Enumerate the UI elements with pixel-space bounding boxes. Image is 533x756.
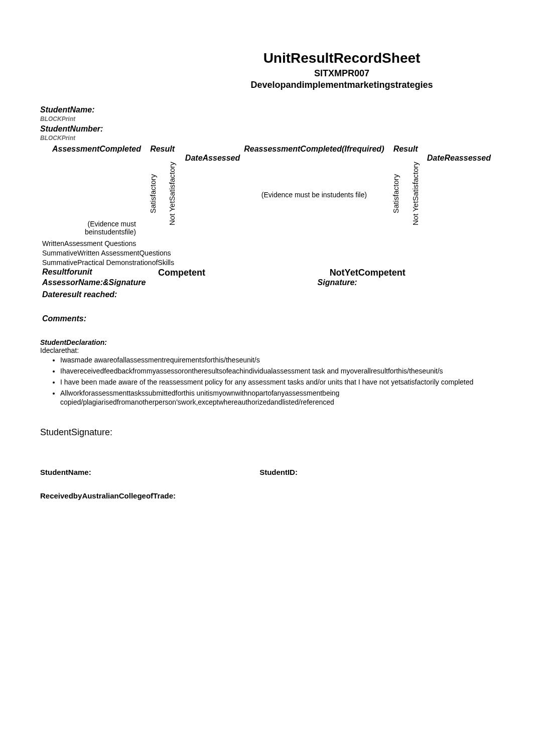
comments-label: Comments: <box>42 314 86 323</box>
col-nys-1: Not YetSatisfactory <box>168 154 176 234</box>
declaration-item: Iwasmade awareofallassessmentrequirement… <box>60 355 493 364</box>
col-result-2: Result <box>388 145 423 154</box>
col-nys-2: Not YetSatisfactory <box>411 154 420 234</box>
nyc-label: NotYetCompetent <box>330 268 406 278</box>
declaration-heading: StudentDeclaration: <box>40 338 493 346</box>
student-signature-label: StudentSignature: <box>40 427 493 438</box>
col-result-1: Result <box>145 145 180 154</box>
student-number-label: StudentNumber: <box>40 124 103 133</box>
page-title: UnitResultRecordSheet <box>191 50 493 66</box>
title-block: UnitResultRecordSheet SITXMPR007 Develop… <box>40 50 493 90</box>
page: UnitResultRecordSheet SITXMPR007 Develop… <box>0 0 533 530</box>
footer-student-name: StudentName: <box>40 468 257 476</box>
col-satisfactory-1: Satisfactory <box>149 154 157 234</box>
declaration-intro: Ideclarethat: <box>40 346 493 354</box>
declaration-item: Allworkforassessmenttaskssubmittedforthi… <box>60 389 493 407</box>
competent-label: Competent <box>158 268 205 278</box>
student-info: StudentName: BLOCKPrint StudentNumber: B… <box>40 105 493 142</box>
task-row: SummativePractical DemonstrationofSkills <box>42 258 491 268</box>
student-name-hint: BLOCKPrint <box>40 115 493 122</box>
task-row: WrittenAssessment Questions <box>42 239 491 248</box>
col-assessment-completed: AssessmentCompleted <box>42 145 141 154</box>
student-name-label: StudentName: <box>40 105 94 114</box>
task-row: SummativeWritten AssessmentQuestions <box>42 248 491 258</box>
unit-code: SITXMPR007 <box>191 68 493 79</box>
date-result-label: Dateresult reached: <box>42 290 117 299</box>
footer-student-id: StudentID: <box>259 468 477 476</box>
evidence-note-1: (Evidence must beinstudentsfile) <box>42 220 141 236</box>
declaration-item: I have been made aware of the reassessme… <box>60 377 493 387</box>
task-list: WrittenAssessment Questions SummativeWri… <box>42 239 491 268</box>
signature-label: Signature: <box>318 278 357 287</box>
col-satisfactory-2: Satisfactory <box>391 154 400 234</box>
unit-name: Developandimplementmarketingstrategies <box>191 80 493 90</box>
assessment-table: AssessmentCompleted Result ReassessmentC… <box>40 145 493 323</box>
col-reassessment-completed: ReassessmentCompleted(Ifrequired) <box>244 145 384 154</box>
declaration-list: Iwasmade awareofallassessmentrequirement… <box>60 355 493 407</box>
col-date-reassessed: DateReassessed <box>427 154 491 163</box>
result-for-unit-label: Resultforunit <box>42 268 92 276</box>
evidence-note-2: (Evidence must be instudents file) <box>244 191 384 199</box>
student-number-hint: BLOCKPrint <box>40 135 493 142</box>
assessor-name-label: AssessorName:&Signature <box>42 278 146 287</box>
declaration-item: Ihavereceivedfeedbackfrommyassessoronthe… <box>60 366 493 375</box>
col-date-assessed: DateAssessed <box>184 154 240 163</box>
footer-row-1: StudentName: StudentID: <box>40 468 493 476</box>
footer-received-by: ReceivedbyAustralianCollegeofTrade: <box>40 491 493 500</box>
